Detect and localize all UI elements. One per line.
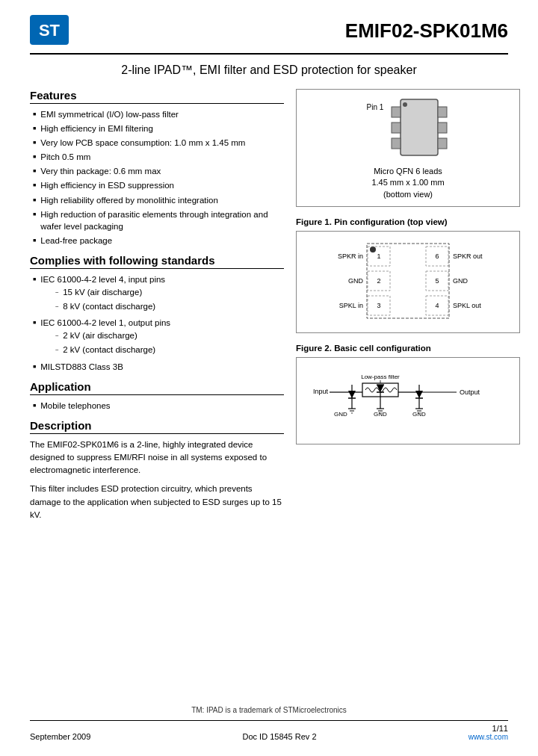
list-item: 2 kV (air discharge) xyxy=(55,329,170,341)
footer-docid: Doc ID 15845 Rev 2 xyxy=(242,732,316,741)
svg-rect-6 xyxy=(438,107,447,117)
figure1-caption: Figure 1. Pin configuration (top view) xyxy=(296,217,520,226)
package-caption: Micro QFN 6 leads 1.45 mm x 1.00 mm (bot… xyxy=(303,166,513,200)
list-item: Pitch 0.5 mm xyxy=(33,151,284,163)
footer-url: www.st.com xyxy=(469,733,508,741)
list-item: Lead-free package xyxy=(33,235,284,247)
list-item: IEC 61000-4-2 level 1, output pins 2 kV … xyxy=(33,317,284,358)
figure2-caption: Figure 2. Basic cell configuration xyxy=(296,344,520,353)
svg-text:2: 2 xyxy=(377,277,380,285)
list-item: 8 kV (contact discharge) xyxy=(55,300,165,312)
list-item: IEC 61000-4-2 level 4, input pins 15 kV … xyxy=(33,273,284,315)
list-item: Very low PCB space consumption: 1.0 mm x… xyxy=(33,137,284,149)
standards-title: Complies with following standards xyxy=(30,254,284,269)
application-list: Mobile telephones xyxy=(30,400,284,412)
svg-text:GND: GND xyxy=(374,411,387,418)
desc-para-1: The EMIF02-SPK01M6 is a 2-line, highly i… xyxy=(30,439,284,477)
pin1-label: Pin 1 xyxy=(367,103,384,111)
figure2-box: Input Low-pass filter xyxy=(296,357,520,444)
svg-text:1: 1 xyxy=(377,252,380,260)
package-svg xyxy=(389,96,449,163)
pinconfig-svg: 1 2 3 6 5 4 SPKR xyxy=(300,236,516,326)
standards-section: Complies with following standards IEC 61… xyxy=(30,254,284,373)
package-figure: Pin 1 xyxy=(296,89,520,207)
right-column: Pin 1 xyxy=(296,89,520,527)
main-content: Features EMI symmetrical (I/O) low-pass … xyxy=(30,89,508,527)
subtitle: 2-line IPAD™, EMI filter and ESD protect… xyxy=(30,63,508,77)
svg-point-9 xyxy=(403,102,407,107)
svg-text:GND: GND xyxy=(334,411,347,418)
svg-point-11 xyxy=(370,247,376,252)
svg-text:3: 3 xyxy=(377,302,380,309)
list-item: MILSTD883 Class 3B xyxy=(33,361,284,373)
svg-rect-7 xyxy=(438,123,447,133)
svg-rect-3 xyxy=(392,107,401,117)
list-item: Mobile telephones xyxy=(33,400,284,412)
logo: ST xyxy=(30,15,69,47)
header: ST EMIF02-SPK01M6 xyxy=(30,15,508,55)
features-title: Features xyxy=(30,89,284,104)
svg-text:GND: GND xyxy=(453,277,469,285)
svg-text:GND: GND xyxy=(412,411,426,418)
footer: TM: IPAD is a trademark of STMicroelectr… xyxy=(30,706,508,741)
svg-text:SPKL out: SPKL out xyxy=(453,302,481,309)
list-item: Very thin package: 0.6 mm max xyxy=(33,165,284,177)
description-title: Description xyxy=(30,419,284,434)
application-title: Application xyxy=(30,380,284,395)
footer-tm: TM: IPAD is a trademark of STMicroelectr… xyxy=(30,706,508,714)
svg-text:4: 4 xyxy=(435,302,439,309)
svg-text:SPKR out: SPKR out xyxy=(453,252,483,260)
svg-rect-8 xyxy=(438,138,447,149)
svg-rect-2 xyxy=(401,99,438,155)
left-column: Features EMI symmetrical (I/O) low-pass … xyxy=(30,89,284,527)
standards-list: IEC 61000-4-2 level 4, input pins 15 kV … xyxy=(30,273,284,373)
svg-text:Input: Input xyxy=(313,388,329,395)
list-item: 2 kV (contact discharge) xyxy=(55,344,170,356)
description-section: Description The EMIF02-SPK01M6 is a 2-li… xyxy=(30,419,284,522)
list-item: High reliability offered by monolithic i… xyxy=(33,194,284,206)
svg-text:5: 5 xyxy=(435,277,439,285)
svg-text:Output: Output xyxy=(460,388,480,396)
footer-right: 1/11 www.st.com xyxy=(469,724,508,741)
desc-para-2: This filter includes ESD protection circ… xyxy=(30,483,284,521)
footer-page: 1/11 xyxy=(469,724,508,733)
part-number: EMIF02-SPK01M6 xyxy=(345,19,508,43)
list-item: High efficiency in ESD suppression xyxy=(33,179,284,191)
list-item: 15 kV (air discharge) xyxy=(55,286,165,298)
figure1-box: 1 2 3 6 5 4 SPKR xyxy=(296,231,520,333)
page: ST EMIF02-SPK01M6 2-line IPAD™, EMI filt… xyxy=(0,0,538,756)
svg-text:GND: GND xyxy=(348,277,364,285)
footer-date: September 2009 xyxy=(30,732,90,741)
application-section: Application Mobile telephones xyxy=(30,380,284,412)
svg-rect-4 xyxy=(392,123,401,133)
svg-text:Low-pass filter: Low-pass filter xyxy=(361,374,400,380)
features-list: EMI symmetrical (I/O) low-pass filter Hi… xyxy=(30,108,284,247)
list-item: High efficiency in EMI filtering xyxy=(33,123,284,134)
footer-bar: September 2009 Doc ID 15845 Rev 2 1/11 w… xyxy=(30,720,508,741)
svg-text:SPKL in: SPKL in xyxy=(339,302,363,309)
list-item: EMI symmetrical (I/O) low-pass filter xyxy=(33,108,284,120)
list-item: High reduction of parasitic elements thr… xyxy=(33,208,284,232)
svg-text:ST: ST xyxy=(39,21,61,40)
svg-text:6: 6 xyxy=(435,252,439,260)
svg-rect-5 xyxy=(392,138,401,149)
cell-svg: Input Low-pass filter xyxy=(300,362,516,437)
svg-text:SPKR in: SPKR in xyxy=(338,252,363,260)
